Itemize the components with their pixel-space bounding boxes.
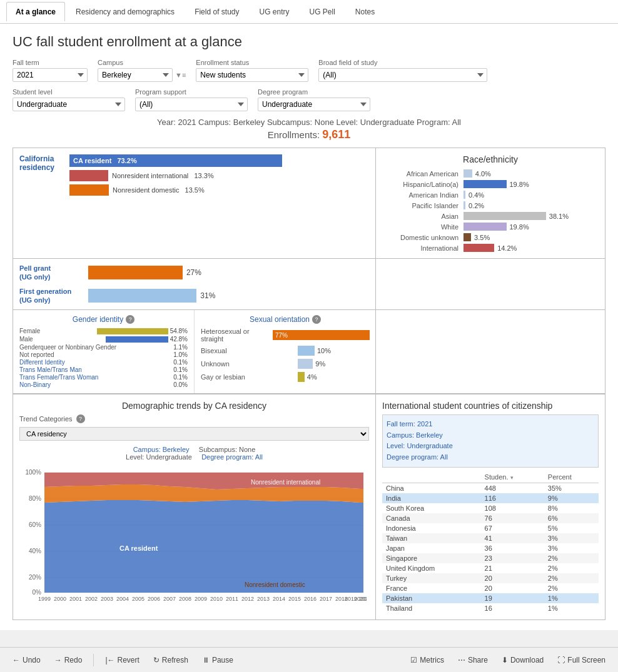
sexual-orientation-title: Sexual orientation ? xyxy=(201,315,370,324)
gender-different-row: Different Identity 0.1% xyxy=(19,359,188,366)
tab-at-a-glance[interactable]: At a glance xyxy=(6,2,65,21)
metrics-button[interactable]: ☑ Metrics xyxy=(405,653,449,667)
gender-male-bar xyxy=(106,336,168,343)
race-bar-white xyxy=(464,223,507,231)
gender-sexual-row: Gender identity ? Female 54.8% Male 42.8… xyxy=(13,310,376,394)
col-percent: Percent xyxy=(544,471,599,483)
race-row-white: White 19.8% xyxy=(382,223,599,231)
trend-category-select[interactable]: CA residency xyxy=(19,427,369,441)
svg-text:2010: 2010 xyxy=(210,596,223,601)
trend-context: Campus: Berkeley Subcampus: None Level: … xyxy=(19,446,369,461)
race-row-ai: American Indian 0.4% xyxy=(382,191,599,199)
download-button[interactable]: ⬇ Download xyxy=(497,653,549,667)
refresh-button[interactable]: ↻ Refresh xyxy=(148,653,193,667)
intl-table-row: China44835% xyxy=(382,483,599,493)
race-row-dom-unknown: Domestic unknown 3.5% xyxy=(382,233,599,241)
race-bar-aa xyxy=(464,169,472,178)
bar-nonresident-dom: Nonresident domestic 13.5% xyxy=(69,184,369,196)
so-straight-row: Heterosexual or straight 77% xyxy=(201,328,370,343)
intl-table-row: Indonesia675% xyxy=(382,523,599,533)
svg-text:2017: 2017 xyxy=(320,596,332,601)
svg-text:2003: 2003 xyxy=(101,596,113,601)
gender-identity-title: Gender identity ? xyxy=(19,315,188,324)
tab-residency[interactable]: Residency and demographics xyxy=(66,2,184,21)
nr-dom-label: Nonresident domestic xyxy=(245,581,305,588)
svg-text:2015: 2015 xyxy=(288,596,301,601)
degree-program-select[interactable]: Undergraduate xyxy=(258,98,370,111)
so-bisexual-bar xyxy=(298,346,315,356)
student-level-select[interactable]: Undergraduate xyxy=(13,98,125,111)
share-button[interactable]: ⋯ Share xyxy=(453,653,493,667)
redo-button[interactable]: → Redo xyxy=(49,653,88,667)
pause-button[interactable]: ⏸ Pause xyxy=(197,653,238,667)
bar-nr-dom-fill xyxy=(69,184,109,196)
race-bar-intl xyxy=(464,244,494,252)
intl-title: International student countries of citiz… xyxy=(382,401,599,411)
nav-tabs: At a glance Residency and demographics F… xyxy=(0,0,618,24)
campus-select[interactable]: Berkeley xyxy=(98,68,173,82)
filter-student-level: Student level Undergraduate xyxy=(13,88,125,111)
trend-categories-label: Trend Categories xyxy=(19,415,73,423)
empty-right-cell xyxy=(376,259,605,310)
revert-icon: |← xyxy=(105,656,114,664)
campus-label: Campus xyxy=(98,59,186,66)
race-row-aa: African American 4.0% xyxy=(382,169,599,178)
intl-table-header: Studen. ▾ Percent xyxy=(382,471,599,483)
trend-title: Demographic trends by CA residency xyxy=(19,401,369,411)
main-content: UC fall student enrollment at a glance F… xyxy=(0,24,618,630)
svg-text:80%: 80% xyxy=(29,495,41,502)
tab-field-of-study[interactable]: Field of study xyxy=(185,2,248,21)
toolbar: ← Undo → Redo |← Revert ↻ Refresh ⏸ Paus… xyxy=(0,647,618,672)
enrollment-label: Enrollments: xyxy=(268,129,320,140)
svg-text:2012: 2012 xyxy=(241,596,254,601)
filter-enrollment-status: Enrollment status New students xyxy=(196,59,308,82)
race-row-pi: Pacific Islander 0.2% xyxy=(382,201,599,209)
enrollment-status-select[interactable]: New students xyxy=(196,68,308,82)
col-students: Studen. ▾ xyxy=(481,471,544,483)
undo-button[interactable]: ← Undo xyxy=(8,653,46,667)
tab-ug-pell[interactable]: UG Pell xyxy=(300,2,345,21)
filter-row-1: Fall term 2021 Campus Berkeley ▼≡ Enroll… xyxy=(13,59,605,82)
download-icon: ⬇ xyxy=(502,656,508,664)
gender-not-reported-row: Not reported 1.0% xyxy=(19,351,188,358)
race-ethnicity-title: Race/ethnicity xyxy=(382,154,599,164)
metrics-icon: ☑ xyxy=(410,656,417,664)
degree-program-label: Degree program xyxy=(258,88,370,96)
refresh-icon: ↻ xyxy=(153,656,160,664)
svg-text:2005: 2005 xyxy=(132,596,144,601)
bar-ca-resident-fill: CA resident 73.2% xyxy=(69,154,282,167)
intl-context: Fall term: 2021 Campus: Berkeley Level: … xyxy=(382,414,599,467)
trend-level: Level: Undergraduate xyxy=(126,453,192,461)
fall-term-select[interactable]: 2021 xyxy=(13,68,88,82)
svg-text:20%: 20% xyxy=(29,574,41,581)
intl-table-row: India1169% xyxy=(382,493,599,503)
svg-text:2014: 2014 xyxy=(273,596,285,601)
svg-text:2002: 2002 xyxy=(85,596,98,601)
pell-metrics-panel: Pell grant(UG only) 27% First generation… xyxy=(13,259,376,310)
sexual-orientation-help-icon[interactable]: ? xyxy=(312,315,321,324)
fullscreen-icon: ⛶ xyxy=(557,656,565,664)
trend-help-icon[interactable]: ? xyxy=(76,414,85,423)
trend-program: Degree program: All xyxy=(201,453,263,461)
race-row-intl: International 14.2% xyxy=(382,244,599,252)
tab-ug-entry[interactable]: UG entry xyxy=(250,2,299,21)
ca-resident-area xyxy=(44,500,363,593)
broad-field-select[interactable]: (All) xyxy=(318,68,487,82)
gender-female-row: Female 54.8% xyxy=(19,328,188,334)
fall-term-label: Fall term xyxy=(13,59,88,66)
svg-text:40%: 40% xyxy=(29,548,41,554)
program-support-select[interactable]: (All) xyxy=(135,98,248,111)
bar-nr-intl-fill xyxy=(69,170,108,181)
race-row-asian: Asian 38.1% xyxy=(382,212,599,220)
tab-notes[interactable]: Notes xyxy=(346,2,384,21)
filter-degree-program: Degree program Undergraduate xyxy=(258,88,370,111)
revert-button[interactable]: |← Revert xyxy=(100,653,144,667)
intl-panel: International student countries of citiz… xyxy=(376,394,605,619)
fullscreen-button[interactable]: ⛶ Full Screen xyxy=(552,653,610,667)
gender-right-empty xyxy=(376,310,605,394)
race-bar-hispanic xyxy=(464,180,507,188)
svg-text:2011: 2011 xyxy=(226,596,238,601)
svg-text:2007: 2007 xyxy=(163,596,176,601)
race-bar-dom-unknown xyxy=(464,233,471,241)
gender-help-icon[interactable]: ? xyxy=(126,315,134,324)
